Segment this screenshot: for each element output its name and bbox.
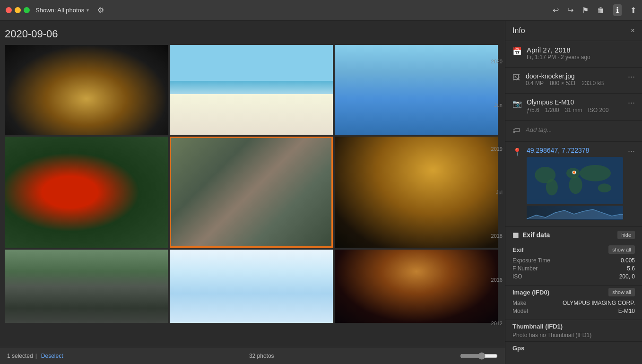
- thumbnail-section: Thumbnail (IFD1) Photo has no Thumbnail …: [505, 320, 642, 341]
- exif-row-fnumber: F Number 5.6: [512, 265, 635, 272]
- settings-button[interactable]: ⚙: [95, 5, 107, 16]
- svg-point-2: [546, 179, 558, 196]
- traffic-lights: [6, 7, 30, 13]
- exif-group-header: Exif show all: [505, 243, 642, 256]
- svg-point-4: [569, 176, 582, 194]
- date-main: April 27, 2018: [527, 46, 635, 54]
- tags-content[interactable]: [526, 125, 635, 134]
- photo-thumb-bulb[interactable]: [5, 45, 168, 135]
- exif-data-title: ▦ Exif data: [512, 231, 550, 239]
- thumbnail-size-slider[interactable]: [460, 352, 498, 360]
- image-icon: 🖼: [512, 73, 521, 82]
- exif-show-all-button[interactable]: show all: [608, 245, 635, 254]
- camera-content: Olympus E-M10 ƒ/5.6 1/200 31 mm ISO 200: [527, 98, 623, 113]
- gps-exif-title: Gps: [512, 345, 635, 352]
- exif-key-fnumber: F Number: [512, 265, 538, 272]
- photo-thumb-railway[interactable]: [5, 250, 168, 323]
- info-panel: Info × 📅 April 27, 2018 Fr, 1:17 PM · 2 …: [505, 21, 642, 364]
- ifd0-section: Image (IFD0) show all Make OLYMPUS IMAGI…: [505, 285, 642, 320]
- exif-table: Exposure Time 0.005 F Number 5.6 ISO 200…: [505, 256, 642, 285]
- svg-point-5: [580, 165, 611, 182]
- titlebar: Shown: All photos ▾ ⚙ ↩ ↪ ⚑ 🗑 ℹ ⬆: [0, 0, 642, 21]
- info-file-section: 🖼 door-knocker.jpg 0.4 MP 800 × 533 233.…: [505, 68, 642, 94]
- date-sub: Fr, 1:17 PM · 2 years ago: [527, 54, 635, 61]
- shutter-speed: 1/200: [545, 107, 559, 113]
- aperture: ƒ/5.6: [527, 107, 539, 113]
- exif-val-iso: 200, 0: [619, 273, 635, 280]
- hide-exif-button[interactable]: hide: [617, 231, 635, 239]
- file-content: door-knocker.jpg 0.4 MP 800 × 533 233.0 …: [526, 72, 623, 87]
- gps-exif-section: Gps: [505, 341, 642, 356]
- date-content: April 27, 2018 Fr, 1:17 PM · 2 years ago: [527, 46, 635, 61]
- separator: |: [35, 353, 37, 359]
- deselect-link[interactable]: Deselect: [41, 353, 63, 359]
- exif-row-iso: ISO 200, 0: [512, 273, 635, 280]
- ifd0-table: Make OLYMPUS IMAGING CORP. Model E-M10: [505, 299, 642, 320]
- exif-row-make: Make OLYMPUS IMAGING CORP.: [512, 300, 635, 306]
- rotate-right-button[interactable]: ↪: [567, 6, 573, 15]
- delete-button[interactable]: 🗑: [597, 6, 605, 15]
- photo-thumb-ice[interactable]: [170, 250, 333, 323]
- iso: ISO 200: [588, 107, 608, 113]
- photo-count: 32 photos: [63, 353, 460, 359]
- gps-coordinates[interactable]: 49.298647, 7.722378: [527, 147, 623, 154]
- ifd0-header: Image (IFD0) show all: [505, 286, 642, 299]
- world-map-svg: [527, 157, 623, 204]
- file-meta: 0.4 MP 800 × 533 233.0 kB: [526, 80, 623, 87]
- photo-thumb-globe[interactable]: [335, 137, 498, 248]
- rotate-left-button[interactable]: ↩: [553, 6, 559, 15]
- camera-more-button[interactable]: ···: [628, 98, 635, 107]
- gallery-section: 2020-09-06 2020 Jun: [0, 21, 505, 364]
- exif-val-make: OLYMPUS IMAGING CORP.: [563, 300, 635, 306]
- photo-thumb-tomatoes[interactable]: [5, 137, 168, 248]
- map-preview[interactable]: [527, 157, 623, 204]
- toolbar-icons: ↩ ↪ ⚑ 🗑 ℹ ⬆: [553, 4, 636, 16]
- flag-button[interactable]: ⚑: [582, 6, 589, 15]
- photo-thumb-doorknocker[interactable]: [170, 137, 333, 248]
- info-camera-section: 📷 Olympus E-M10 ƒ/5.6 1/200 31 mm ISO 20…: [505, 94, 642, 121]
- info-date-section: 📅 April 27, 2018 Fr, 1:17 PM · 2 years a…: [505, 41, 642, 68]
- maximize-window-button[interactable]: [24, 7, 30, 13]
- info-panel-title: Info: [512, 26, 525, 35]
- camera-icon: 📷: [512, 99, 522, 108]
- tag-input[interactable]: [526, 126, 635, 133]
- exif-row-model: Model E-M10: [512, 308, 635, 314]
- info-panel-header: Info ×: [505, 21, 642, 41]
- chevron-down-icon: ▾: [87, 8, 89, 13]
- exif-group-title: Exif: [512, 246, 524, 253]
- main-area: 2020-09-06 2020 Jun: [0, 21, 642, 364]
- camera-name: Olympus E-M10: [527, 98, 623, 106]
- shown-all-photos-label: Shown: All photos: [35, 7, 84, 14]
- file-more-button[interactable]: ···: [628, 72, 635, 81]
- close-window-button[interactable]: [6, 7, 12, 13]
- export-button[interactable]: ⬆: [630, 6, 636, 15]
- exif-key-exposure: Exposure Time: [512, 257, 550, 264]
- thumbnail-note: Photo has no Thumbnail (IFD1): [512, 332, 635, 338]
- file-size: 233.0 kB: [581, 80, 604, 87]
- exif-val-fnumber: 5.6: [627, 265, 635, 272]
- exif-key-model: Model: [512, 308, 528, 314]
- view-filter-label[interactable]: Shown: All photos ▾: [35, 7, 89, 14]
- minimize-window-button[interactable]: [15, 7, 21, 13]
- ifd0-show-all-button[interactable]: show all: [608, 288, 635, 296]
- info-close-button[interactable]: ×: [631, 26, 635, 35]
- photo-thumb-crowd[interactable]: [335, 250, 498, 323]
- tag-icon: 🏷: [512, 126, 521, 135]
- info-button[interactable]: ℹ: [613, 4, 622, 16]
- exif-key-make: Make: [512, 300, 526, 306]
- photo-thumb-building[interactable]: [335, 45, 498, 135]
- info-tags-section: 🏷: [505, 121, 642, 142]
- focal-length: 31 mm: [565, 107, 582, 113]
- location-icon: 📍: [512, 147, 522, 156]
- status-bar: 1 selected | Deselect 32 photos: [0, 347, 505, 364]
- file-megapixels: 0.4 MP: [526, 80, 544, 87]
- exif-data-header: ▦ Exif data hide: [505, 227, 642, 243]
- photo-thumb-beach[interactable]: [170, 45, 333, 135]
- ifd0-title: Image (IFD0): [512, 289, 549, 296]
- file-dimensions: 800 × 533: [550, 80, 575, 87]
- camera-meta: ƒ/5.6 1/200 31 mm ISO 200: [527, 107, 623, 113]
- gallery-scroll[interactable]: 2020-09-06: [0, 21, 505, 347]
- info-gps-section: 📍 49.298647, 7.722378: [505, 142, 642, 227]
- elevation-chart: [527, 206, 623, 220]
- gps-more-button[interactable]: ···: [628, 147, 635, 155]
